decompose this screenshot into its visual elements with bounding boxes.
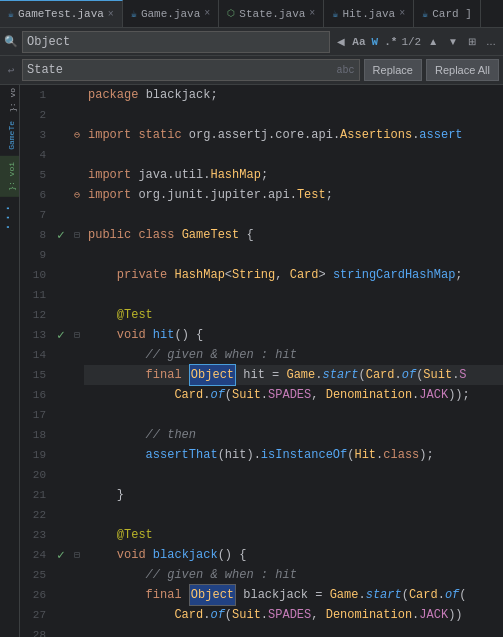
fold-gutter: ⊖ ⊖ ⊟ ⊟ ⊟ [70, 85, 84, 637]
regex-btn[interactable]: .* [384, 36, 397, 48]
tab-state[interactable]: ⬡ State.java × [219, 0, 324, 28]
annotation-gutter: ✓ ✓ ✓ [52, 85, 70, 637]
replace-icon: ↩ [4, 64, 18, 77]
code-line-19: assertThat(hit).isInstanceOf(Hit.class); [84, 445, 503, 465]
find-prev-arrow[interactable]: ▲ [425, 34, 441, 49]
fold-4 [70, 145, 84, 165]
code-line-8: public class GameTest { [84, 225, 503, 245]
close-icon[interactable]: × [309, 8, 315, 19]
tab-hit[interactable]: ☕ Hit.java × [324, 0, 414, 28]
fold-23 [70, 525, 84, 545]
annot-1 [52, 85, 70, 105]
find-next-arrow[interactable]: ▼ [445, 34, 461, 49]
find-input[interactable] [27, 35, 325, 49]
code-line-5: import java.util.HashMap; [84, 165, 503, 185]
fold-15 [70, 365, 84, 385]
code-line-25: // given & when : hit [84, 565, 503, 585]
annot-4 [52, 145, 70, 165]
breadcrumb-gametest: GameTe [0, 115, 19, 156]
tab-card[interactable]: ☕ Card ] [414, 0, 481, 28]
replace-input-wrap: abc [22, 59, 360, 81]
replace-input[interactable] [27, 63, 335, 77]
fold-13[interactable]: ⊟ [70, 325, 84, 345]
code-line-2 [84, 105, 503, 125]
fold-2 [70, 105, 84, 125]
annot-19 [52, 445, 70, 465]
dots-indicator: ··· [0, 197, 19, 237]
annot-23 [52, 525, 70, 545]
line-num-11: 11 [20, 285, 46, 305]
match-case-btn[interactable]: Aa [352, 36, 365, 48]
fold-6[interactable]: ⊖ [70, 185, 84, 205]
code-line-24: void blackjack() { [84, 545, 503, 565]
line-num-23: 23 [20, 525, 46, 545]
close-icon[interactable]: × [108, 9, 114, 20]
fold-27 [70, 605, 84, 625]
close-icon[interactable]: × [399, 8, 405, 19]
fold-3[interactable]: ⊖ [70, 125, 84, 145]
toggle-view-btn[interactable]: ⊞ [465, 34, 479, 49]
replace-all-button[interactable]: Replace All [426, 59, 499, 81]
annot-3 [52, 125, 70, 145]
find-row: 🔍 ◀ Aa W .* 1/2 ▲ ▼ ⊞ … [0, 28, 503, 56]
line-num-1: 1 [20, 85, 46, 105]
replace-button[interactable]: Replace [364, 59, 422, 81]
line-num-10: 10 [20, 265, 46, 285]
annot-27 [52, 605, 70, 625]
annot-5 [52, 165, 70, 185]
line-num-4: 4 [20, 145, 46, 165]
code-line-16: Card.of(Suit.SPADES, Denomination.JACK))… [84, 385, 503, 405]
annot-11 [52, 285, 70, 305]
fold-20 [70, 465, 84, 485]
replace-row: ↩ abc Replace Replace All [0, 56, 503, 84]
options-btn[interactable]: … [483, 34, 499, 49]
side-labels: }: vo GameTe }: voi ··· [0, 85, 20, 637]
whole-word-btn[interactable]: W [372, 36, 379, 48]
annot-13: ✓ [52, 325, 70, 345]
code-line-13: void hit() { [84, 325, 503, 345]
fold-18 [70, 425, 84, 445]
java-icon: ☕ [131, 8, 137, 20]
annot-20 [52, 465, 70, 485]
tab-label: Hit.java [342, 8, 395, 20]
fold-9 [70, 245, 84, 265]
find-prev-btn[interactable]: ◀ [334, 34, 348, 49]
fold-14 [70, 345, 84, 365]
fold-28 [70, 625, 84, 637]
tab-gametest[interactable]: ☕ GameTest.java × [0, 0, 123, 28]
code-line-20 [84, 465, 503, 485]
line-num-25: 25 [20, 565, 46, 585]
tab-label: Card ] [432, 8, 472, 20]
line-num-18: 18 [20, 425, 46, 445]
code-line-17 [84, 405, 503, 425]
tab-game[interactable]: ☕ Game.java × [123, 0, 219, 28]
fold-5 [70, 165, 84, 185]
code-line-15: final Object hit = Game.start(Card.of(Su… [84, 365, 503, 385]
code-line-12: @Test [84, 305, 503, 325]
line-num-22: 22 [20, 505, 46, 525]
tab-bar: ☕ GameTest.java × ☕ Game.java × ⬡ State.… [0, 0, 503, 28]
code-line-7 [84, 205, 503, 225]
annot-25 [52, 565, 70, 585]
annot-7 [52, 205, 70, 225]
annot-16 [52, 385, 70, 405]
search-area: 🔍 ◀ Aa W .* 1/2 ▲ ▼ ⊞ … ↩ abc Replace Re… [0, 28, 503, 85]
code-line-27: Card.of(Suit.SPADES, Denomination.JACK)) [84, 605, 503, 625]
fold-11 [70, 285, 84, 305]
line-num-7: 7 [20, 205, 46, 225]
editor-area: }: vo GameTe }: voi ··· 1 2 3 4 5 6 7 8 … [0, 85, 503, 637]
code-line-22 [84, 505, 503, 525]
annot-18 [52, 425, 70, 445]
abc-icon: abc [337, 65, 355, 76]
fold-24[interactable]: ⊟ [70, 545, 84, 565]
code-line-18: // then [84, 425, 503, 445]
code-line-6: import org.junit.jupiter.api.Test; [84, 185, 503, 205]
annot-12 [52, 305, 70, 325]
line-num-24: 24 [20, 545, 46, 565]
fold-25 [70, 565, 84, 585]
close-icon[interactable]: × [204, 8, 210, 19]
line-num-6: 6 [20, 185, 46, 205]
fold-8[interactable]: ⊟ [70, 225, 84, 245]
line-num-13: 13 [20, 325, 46, 345]
annot-6 [52, 185, 70, 205]
